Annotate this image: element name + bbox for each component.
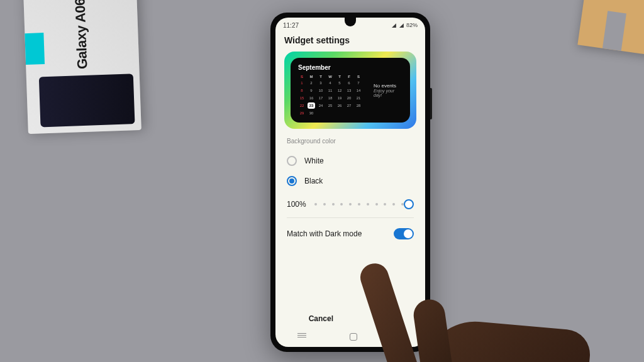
day-header: F [345,75,353,79]
calendar-day [355,110,362,116]
recent-apps-button[interactable] [297,333,306,341]
calendar-day: 11 [326,87,334,94]
box-accent [25,33,45,65]
calendar-day: 14 [355,87,362,94]
day-header: T [336,75,343,79]
calendar-widget-preview: September SMTWTFS12345678910111213141516… [291,58,410,123]
home-button[interactable] [350,333,357,341]
calendar-day: 28 [355,102,362,109]
calendar-day: 21 [355,95,362,101]
action-bar: Cancel Save [275,309,425,328]
radio-option-black[interactable]: Black [287,171,414,191]
calendar-day: 7 [355,80,362,86]
calendar-day [326,110,334,116]
no-events-text: No events [374,83,396,89]
radio-icon [287,176,297,186]
calendar-day: 25 [326,102,334,109]
day-header: T [317,75,325,79]
page-header: Widget settings [275,31,425,52]
settings-section: Background color White Black 100% [275,138,425,250]
calendar-day: 24 [317,102,325,109]
enjoy-text: Enjoy your day! [374,89,402,97]
phone-screen: 11:27 ◢ ◢ 82% Widget settings September … [275,18,425,347]
opacity-slider[interactable] [314,203,414,206]
calendar-day: 3 [317,80,325,86]
day-header: S [355,75,362,79]
calendar-day: 19 [336,95,343,101]
dark-mode-label: Match with Dark mode [287,229,362,238]
signal-icon: ◢ ◢ [392,22,404,28]
dark-mode-toggle[interactable] [394,228,414,239]
radio-label: White [304,156,324,165]
calendar-day: 12 [336,87,343,94]
opacity-value: 100% [287,200,308,209]
calendar-day: 6 [345,80,353,86]
calendar-day: 9 [308,87,315,94]
calendar-day: 20 [345,95,353,101]
calendar-day: 5 [336,80,343,86]
calendar-day [317,110,325,116]
page-title: Widget settings [284,35,416,45]
slider-thumb-icon [404,199,414,209]
back-button[interactable]: ‹ [401,332,404,342]
month-label: September [298,64,362,71]
calendar-day: 18 [326,95,334,101]
widget-preview-background: September SMTWTFS12345678910111213141516… [284,52,416,129]
calendar-day: 4 [326,80,334,86]
status-battery: 82% [406,22,418,28]
box-label: Galaxy A06 [72,0,91,69]
calendar-day: 8 [298,87,306,94]
box-phone-image [39,74,135,127]
calendar-day: 23 [308,102,315,109]
calendar-day: 2 [308,80,315,86]
calendar-day: 22 [298,102,306,109]
calendar-day: 17 [317,95,325,101]
phone-frame: 11:27 ◢ ◢ 82% Widget settings September … [270,13,430,352]
radio-option-white[interactable]: White [287,151,414,171]
opacity-slider-row: 100% [287,191,414,218]
product-box: Galaxy A06 [22,0,142,134]
calendar-day: 30 [308,110,315,116]
calendar-day: 13 [345,87,353,94]
calendar-day: 27 [345,102,353,109]
wooden-block [577,0,644,55]
calendar-day [345,110,353,116]
status-time: 11:27 [283,22,299,29]
calendar-day [336,110,343,116]
save-button[interactable]: Save [362,309,404,328]
day-header: S [298,75,306,79]
events-panel: No events Enjoy your day! [370,64,402,116]
day-header: M [308,75,315,79]
day-header: W [326,75,334,79]
calendar-grid: SMTWTFS123456789101112131415161718192021… [298,75,362,116]
calendar-day: 10 [317,87,325,94]
calendar-day: 15 [298,95,306,101]
bg-color-label: Background color [287,138,414,145]
power-button [430,88,432,119]
calendar-day: 26 [336,102,343,109]
calendar-day: 29 [298,110,306,116]
radio-icon [287,156,297,166]
calendar-day: 16 [308,95,315,101]
dark-mode-row: Match with Dark mode [287,218,414,250]
cancel-button[interactable]: Cancel [296,309,346,328]
navigation-bar: ‹ [275,329,425,344]
radio-label: Black [304,177,323,185]
calendar-day: 1 [298,80,306,86]
